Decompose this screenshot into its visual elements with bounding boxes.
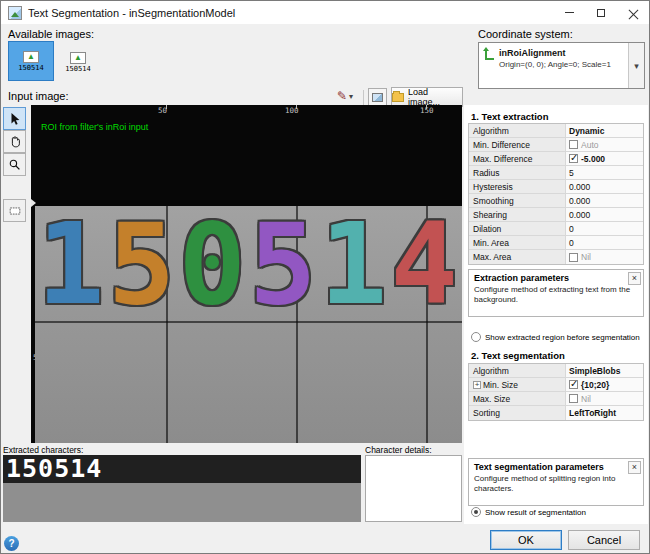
digit: 0 (178, 214, 245, 314)
param-row[interactable]: Dilation 0 (469, 222, 643, 236)
ruler-label: 150 (420, 106, 434, 115)
extracted-characters-preview: 150514 (3, 455, 361, 522)
radio-icon (471, 332, 481, 342)
input-image-label: Input image: (8, 90, 69, 102)
extraction-parameters-title: Extraction parameters (469, 270, 643, 284)
param-value[interactable]: 0 (566, 236, 643, 249)
coordinate-system-detail: Origin=(0, 0); Angle=0; Scale=1 (499, 60, 611, 69)
param-value[interactable]: -5.000 (566, 152, 643, 165)
digit: 4 (391, 214, 458, 314)
thumbnail-label: 150514 (65, 65, 90, 73)
extracted-text: 150514 (3, 456, 102, 482)
param-row[interactable]: Max. Area Nil (469, 250, 643, 264)
roi-rectangle-tool-button[interactable] (3, 199, 26, 222)
show-result-radio[interactable]: Show result of segmentation (471, 507, 646, 517)
digit: 1 (320, 214, 387, 314)
checkbox[interactable] (569, 394, 578, 403)
param-value[interactable]: 0.000 (566, 194, 643, 207)
param-name: Max. Difference (469, 152, 566, 165)
minimize-icon (565, 12, 574, 13)
param-row[interactable]: Shearing 0.000 (469, 208, 643, 222)
param-row[interactable]: Algorithm Dynamic (469, 124, 643, 138)
zoom-tool-button[interactable] (3, 153, 26, 176)
character-details-panel (365, 455, 462, 522)
param-name: Hysteresis (469, 180, 566, 193)
select-tool-button[interactable] (3, 107, 26, 130)
segmentation-parameters-box: Text segmentation parameters × Configure… (468, 458, 644, 506)
image-thumbnail-selected[interactable]: ▲ 150514 (8, 41, 54, 81)
param-name: Smoothing (469, 194, 566, 207)
maximize-icon (597, 9, 605, 17)
param-name: Max. Size (469, 392, 566, 405)
param-row[interactable]: +Min. Size {10;20} (469, 378, 643, 392)
expand-icon[interactable]: + (473, 381, 481, 389)
param-value[interactable]: Nil (566, 392, 643, 405)
param-name: Shearing (469, 208, 566, 221)
param-name: Radius (469, 166, 566, 179)
close-icon (628, 8, 638, 18)
close-panel-button[interactable]: × (628, 461, 641, 474)
checkbox[interactable] (569, 253, 578, 262)
param-name: +Min. Size (469, 378, 566, 391)
checkbox-checked[interactable] (569, 154, 578, 163)
param-row[interactable]: Sorting LeftToRight (469, 406, 643, 420)
image-viewer-canvas[interactable]: 50 100 150 50 ROI from filter's inRoi in… (31, 105, 462, 443)
pencil-icon: ✎ (337, 89, 347, 103)
available-images-label: Available images: (8, 28, 94, 40)
param-value[interactable]: 0.000 (566, 208, 643, 221)
pan-tool-button[interactable] (3, 130, 26, 153)
param-name: Sorting (469, 406, 566, 420)
draw-color-dropdown[interactable]: ✎ ▾ (337, 89, 353, 103)
param-row[interactable]: Min. Difference Auto (469, 138, 643, 152)
param-value[interactable]: Dynamic (566, 124, 643, 137)
param-name: Algorithm (469, 364, 566, 377)
chevron-down-icon[interactable]: ▾ (628, 43, 644, 88)
param-row[interactable]: Min. Area 0 (469, 236, 643, 250)
input-image[interactable]: 1 5 0 5 1 4 (35, 206, 462, 443)
minimize-button[interactable] (553, 1, 585, 24)
digit: 5 (249, 214, 316, 314)
rectangle-icon (8, 204, 22, 218)
param-row[interactable]: Radius 5 (469, 166, 643, 180)
close-panel-button[interactable]: × (628, 272, 641, 285)
param-value[interactable]: 5 (566, 166, 643, 179)
dialog-window: Text Segmentation - inSegmentationModel … (0, 0, 650, 554)
param-value[interactable]: SimpleBlobs (566, 364, 643, 377)
radio-label: Show result of segmentation (485, 508, 586, 517)
image-icon (372, 93, 383, 102)
titlebar[interactable]: Text Segmentation - inSegmentationModel (1, 1, 649, 24)
checkbox-checked[interactable] (569, 380, 578, 389)
param-row[interactable]: Hysteresis 0.000 (469, 180, 643, 194)
image-thumbnail[interactable]: ▲ 150514 (57, 45, 99, 79)
param-name: Min. Area (469, 236, 566, 249)
ruler-label: 50 (158, 106, 167, 115)
help-button[interactable]: ? (4, 536, 19, 551)
param-value[interactable]: {10;20} (566, 378, 643, 391)
image-digits: 1 5 0 5 1 4 (37, 206, 458, 321)
param-value[interactable]: 0 (566, 222, 643, 235)
roi-annotation: ROI from filter's inRoi input (41, 122, 148, 132)
coordinate-system-select[interactable]: inRoiAlignment Origin=(0, 0); Angle=0; S… (478, 42, 645, 89)
show-extracted-region-radio[interactable]: Show extracted region before segmentatio… (471, 332, 646, 342)
param-value[interactable]: LeftToRight (566, 406, 643, 420)
image-file-icon: ▲ (70, 52, 86, 64)
alignment-icon (485, 51, 494, 60)
cancel-button[interactable]: Cancel (568, 530, 640, 550)
param-row[interactable]: Algorithm SimpleBlobs (469, 364, 643, 378)
param-value[interactable]: Auto (566, 138, 643, 151)
param-name: Max. Area (469, 250, 566, 264)
param-row[interactable]: Max. Difference -5.000 (469, 152, 643, 166)
param-name: Dilation (469, 222, 566, 235)
load-image-button[interactable]: Load image... (391, 87, 463, 107)
maximize-button[interactable] (585, 1, 617, 24)
close-button[interactable] (617, 1, 649, 24)
param-value[interactable]: Nil (566, 250, 643, 264)
checkbox[interactable] (569, 140, 578, 149)
param-name: Algorithm (469, 124, 566, 137)
ok-button[interactable]: OK (490, 530, 562, 550)
radio-checked-icon (471, 507, 481, 517)
param-value[interactable]: 0.000 (566, 180, 643, 193)
window-title: Text Segmentation - inSegmentationModel (28, 7, 235, 19)
param-row[interactable]: Smoothing 0.000 (469, 194, 643, 208)
param-row[interactable]: Max. Size Nil (469, 392, 643, 406)
